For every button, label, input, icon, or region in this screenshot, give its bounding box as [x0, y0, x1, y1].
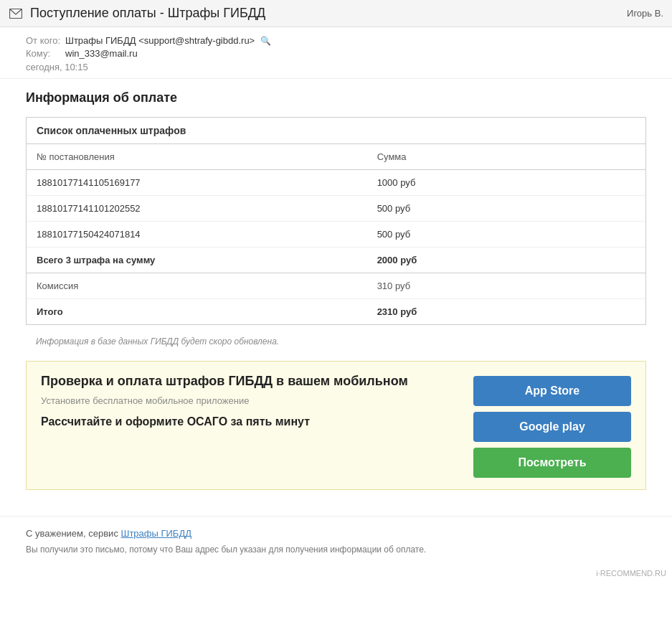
email-icon — [9, 6, 23, 21]
email-meta: От кого: Штрафы ГИБДД <support@shtrafy-g… — [0, 27, 672, 79]
fines-table-wrapper: Список оплаченных штрафов № постановлени… — [26, 117, 646, 325]
user-name: Игорь В. — [627, 8, 663, 19]
fine-sum: 500 руб — [367, 222, 645, 248]
email-header: Поступление оплаты - Штрафы ГИБДД Игорь … — [0, 0, 672, 27]
footer-text: С уважением, сервис Штрафы ГИБДД — [26, 528, 646, 539]
info-note: Информация в базе данных ГИБДД будет ско… — [26, 331, 646, 352]
to-email: win_333@mail.ru — [65, 48, 138, 59]
from-name: Штрафы ГИБДД — [65, 35, 136, 46]
promo-secondary-text: Рассчитайте и оформите ОСАГО за пять мин… — [41, 415, 459, 430]
total-value: 2310 руб — [367, 299, 645, 325]
watermark: i·RECOMMEND.RU — [0, 566, 672, 580]
summary-value: 2000 руб — [367, 248, 645, 273]
commission-value: 310 руб — [367, 273, 645, 299]
col-header-sum: Сумма — [367, 144, 645, 170]
footer-link[interactable]: Штрафы ГИБДД — [121, 528, 192, 539]
to-label: Кому: — [26, 48, 65, 59]
to-row: Кому: win_333@mail.ru — [26, 48, 646, 59]
fines-table: № постановления Сумма 188101771411051691… — [27, 144, 645, 324]
fine-number: 18810177141105169177 — [27, 170, 367, 196]
table-subtitle: Список оплаченных штрафов — [27, 118, 645, 144]
table-row: 188101771411051691771000 руб — [27, 170, 645, 196]
fine-sum: 1000 руб — [367, 170, 645, 196]
from-email: <support@shtrafy-gibdd.ru> — [138, 35, 255, 46]
view-button[interactable]: Посмотреть — [473, 448, 631, 478]
total-label: Итого — [27, 299, 367, 325]
table-row: 18810177141101202552500 руб — [27, 196, 645, 222]
promo-main-text: Проверка и оплата штрафов ГИБДД в вашем … — [41, 373, 459, 390]
email-content: Информация об оплате Список оплаченных ш… — [0, 79, 672, 510]
col-header-number: № постановления — [27, 144, 367, 170]
summary-label: Всего 3 штрафа на сумму — [27, 248, 367, 273]
commission-row: Комиссия310 руб — [27, 273, 645, 299]
promo-sub-text: Установите бесплатное мобильное приложен… — [41, 395, 459, 406]
email-date: сегодня, 10:15 — [26, 62, 646, 72]
footer-static: С уважением, сервис — [26, 528, 121, 539]
commission-label: Комиссия — [27, 273, 367, 299]
from-row: От кого: Штрафы ГИБДД <support@shtrafy-g… — [26, 35, 646, 46]
fine-number: 18810177141101202552 — [27, 196, 367, 222]
search-icon[interactable]: 🔍 — [260, 36, 271, 46]
email-footer: С уважением, сервис Штрафы ГИБДД Вы полу… — [0, 516, 672, 566]
total-row: Итого2310 руб — [27, 299, 645, 325]
from-label: От кого: — [26, 35, 65, 46]
fine-number: 18810177150424071814 — [27, 222, 367, 248]
footer-note: Вы получили это письмо, потому что Ваш а… — [26, 545, 646, 555]
fine-sum: 500 руб — [367, 196, 645, 222]
appstore-button[interactable]: App Store — [473, 376, 631, 406]
promo-buttons: App Store Google play Посмотреть — [473, 373, 631, 478]
page-title: Поступление оплаты - Штрафы ГИБДД — [30, 6, 627, 21]
googleplay-button[interactable]: Google play — [473, 412, 631, 442]
table-row: 18810177150424071814500 руб — [27, 222, 645, 248]
promo-banner: Проверка и оплата штрафов ГИБДД в вашем … — [26, 361, 646, 490]
summary-row: Всего 3 штрафа на сумму2000 руб — [27, 248, 645, 273]
section-title: Информация об оплате — [26, 90, 646, 105]
promo-text: Проверка и оплата штрафов ГИБДД в вашем … — [41, 373, 459, 430]
